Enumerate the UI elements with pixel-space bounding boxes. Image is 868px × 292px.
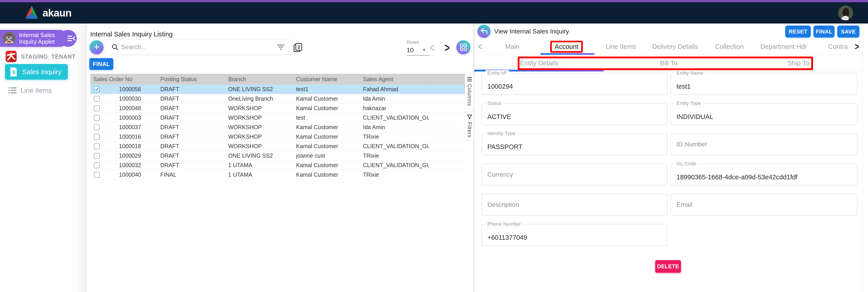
- final-button[interactable]: FINAL: [813, 26, 835, 37]
- field-id-number[interactable]: ID Number: [671, 133, 857, 155]
- cell-agent: Ida Amin: [360, 124, 429, 130]
- user-avatar[interactable]: [838, 5, 853, 20]
- sidebar-item-tenant[interactable]: STAGING_TENANT: [0, 50, 73, 63]
- brand-triangle-icon: [24, 5, 40, 21]
- cell-customer: Kamal Customer: [293, 171, 360, 178]
- table-body: 1000056DRAFTONE LIVING SS2test1Fahad Ahm…: [90, 85, 465, 180]
- filters-tab[interactable]: Filters: [465, 111, 474, 141]
- subtab-bill-to[interactable]: Bill To: [604, 55, 734, 71]
- field-description[interactable]: Description: [482, 194, 668, 215]
- field-entity-type[interactable]: Entity TypeINDIVIDUAL: [671, 103, 857, 125]
- reset-button[interactable]: RESET: [785, 26, 811, 37]
- sidebar-item-sales-inquiry[interactable]: $ Sales Inquiry: [5, 64, 68, 80]
- cell-order_no: 1000030: [103, 95, 157, 102]
- pagination-next-icon[interactable]: >: [445, 41, 450, 55]
- final-filter-button[interactable]: FINAL: [89, 58, 113, 70]
- cell-posting_status: DRAFT: [157, 143, 225, 149]
- applet-badge[interactable]: Internal Sales Inquiry Applet: [0, 30, 68, 47]
- active-tab-indicator: [540, 53, 595, 55]
- table-row[interactable]: 1000018DRAFTWORKSHOPKamal CustomerCLIENT…: [90, 142, 465, 151]
- field-status[interactable]: StatusACTIVE: [482, 103, 668, 125]
- detail-title: View Internal Sales Inquiry: [494, 28, 569, 35]
- delete-button[interactable]: DELETE: [655, 260, 681, 273]
- list-icon: [8, 87, 17, 94]
- applet-title: Internal Sales Inquiry Applet: [19, 32, 64, 45]
- tenant-app-icon: [6, 51, 17, 62]
- table-row[interactable]: 1000056DRAFTONE LIVING SS2test1Fahad Ahm…: [90, 85, 465, 94]
- subtab-ship-to[interactable]: Ship To: [734, 55, 863, 71]
- field-value: +6011377049: [487, 234, 527, 241]
- tab-collection[interactable]: Collection: [702, 39, 756, 55]
- save-button[interactable]: SAVE: [837, 26, 859, 37]
- column-header[interactable]: Customer Name: [293, 76, 360, 83]
- row-checkbox[interactable]: [94, 86, 100, 92]
- grid-view-button[interactable]: [456, 40, 470, 54]
- table-row[interactable]: 1000032DRAFT1 UTAMAKamal CustomerCLIENT_…: [90, 160, 465, 170]
- back-button[interactable]: [477, 25, 491, 38]
- field-entity-id[interactable]: Entity Id*1000294: [482, 73, 668, 95]
- cell-order_no: 1000037: [103, 124, 157, 130]
- cell-posting_status: DRAFT: [157, 162, 225, 169]
- sidebar-item-line-items[interactable]: Line Items: [8, 86, 72, 95]
- row-checkbox[interactable]: [94, 124, 100, 130]
- table-row[interactable]: 1000003DRAFTWORKSHOPtestCLIENT_VALIDATIO…: [90, 113, 465, 123]
- table-row[interactable]: 1000037DRAFTWORKSHOPKamal CustomerIda Am…: [90, 123, 465, 132]
- row-checkbox[interactable]: [94, 115, 100, 121]
- row-checkbox[interactable]: [94, 96, 100, 102]
- tab-contra[interactable]: Contra: [811, 39, 854, 55]
- tab-account[interactable]: Account: [539, 39, 594, 55]
- add-record-button[interactable]: +: [90, 40, 103, 54]
- field-email[interactable]: Email: [671, 194, 857, 215]
- pagination-prev-icon[interactable]: <: [430, 41, 435, 55]
- brand-logo: akaun: [24, 4, 71, 22]
- rows-per-page-control[interactable]: Rows 10 ▾: [407, 39, 432, 56]
- field-label: GL Code: [675, 161, 698, 167]
- rows-value[interactable]: 10: [407, 47, 432, 54]
- tab-department-hdr[interactable]: Department Hdr: [756, 39, 811, 55]
- field-gl-code[interactable]: GL Code18990365-1668-4dce-a09d-53e42cdd1…: [671, 164, 857, 185]
- field-phone-number[interactable]: Phone Number+6011377049: [482, 224, 668, 246]
- filter-list-icon[interactable]: [277, 44, 285, 50]
- sidebar-collapse-icon[interactable]: [67, 34, 75, 43]
- field-currency[interactable]: Currency: [482, 164, 668, 185]
- table-row[interactable]: 1000030DRAFTOneLiving BranchKamal Custom…: [90, 94, 465, 104]
- cell-order_no: 1000029: [103, 152, 157, 159]
- row-checkbox[interactable]: [94, 172, 100, 178]
- app-window: akaun Inter: [0, 0, 868, 292]
- row-checkbox[interactable]: [94, 153, 100, 159]
- table-row[interactable]: 1000016DRAFTWORKSHOPKamal CustomerTRixie: [90, 132, 465, 142]
- back-arrow-icon: [480, 28, 488, 35]
- field-entity-name[interactable]: Entity Nametest1: [671, 73, 857, 95]
- subtab-entity-details[interactable]: Entity Details: [474, 55, 604, 71]
- accent-strip: [0, 0, 868, 2]
- tab-delivery-details[interactable]: Delivery Details: [648, 39, 702, 55]
- row-checkbox[interactable]: [94, 106, 100, 111]
- search-placeholder: Search...: [121, 43, 146, 51]
- table-row[interactable]: 1000029DRAFTONE LIVING SS2joanne custTRi…: [90, 151, 465, 160]
- duplicate-page-icon[interactable]: 2: [293, 42, 303, 53]
- cell-posting_status: DRAFT: [157, 114, 225, 121]
- column-header[interactable]: Branch: [225, 76, 293, 83]
- field-label: Identity Type: [486, 130, 517, 136]
- column-header[interactable]: Sales Agent: [360, 76, 429, 83]
- table-row[interactable]: 1000040FINAL1 UTAMAKamal CustomerTRixie: [90, 170, 465, 180]
- cell-customer: Kamal Customer: [293, 143, 360, 149]
- cell-customer: Kamal Customer: [293, 162, 360, 169]
- column-header[interactable]: Sales Order No: [90, 76, 157, 83]
- search-box[interactable]: Search...: [105, 39, 293, 55]
- tab-line-items[interactable]: Line Items: [594, 39, 648, 55]
- detail-panel: View Internal Sales Inquiry RESET FINAL …: [474, 24, 868, 292]
- tabs-scroll-left-icon[interactable]: <: [478, 41, 483, 53]
- cell-order_no: 1000048: [103, 105, 157, 112]
- table-row[interactable]: 1000048DRAFTWORKSHOPKamal Customerhaknaz…: [90, 104, 465, 113]
- row-checkbox[interactable]: [94, 163, 100, 168]
- row-checkbox[interactable]: [94, 134, 100, 140]
- tabs-scroll-right-icon[interactable]: >: [855, 41, 859, 53]
- field-identity-type[interactable]: Identity TypePASSPORT: [482, 133, 668, 155]
- row-checkbox[interactable]: [94, 143, 100, 149]
- sidebar-gutter: [73, 24, 87, 292]
- tab-main[interactable]: Main: [485, 39, 539, 55]
- field-placeholder: Description: [487, 201, 519, 208]
- columns-tab[interactable]: Columns: [465, 74, 474, 109]
- column-header[interactable]: Posting Status: [157, 76, 225, 83]
